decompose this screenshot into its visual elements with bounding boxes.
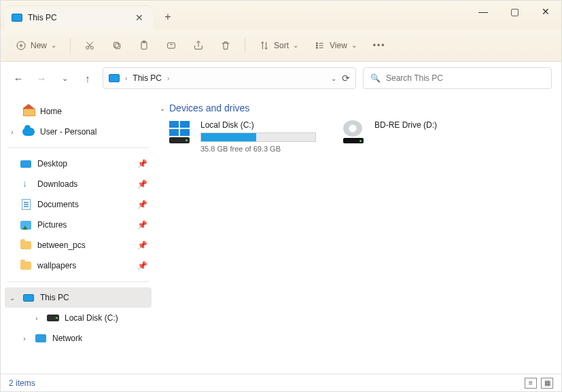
navigation-pane: Home › User - Personal Desktop 📌 Downloa… (1, 94, 156, 375)
sidebar-item-onedrive[interactable]: › User - Personal (5, 122, 152, 142)
svg-point-10 (316, 47, 317, 48)
share-icon (193, 40, 204, 51)
search-icon: 🔍 (370, 73, 381, 83)
pin-icon: 📌 (137, 179, 147, 189)
address-bar[interactable]: › This PC › ⌄ ⟳ (103, 67, 356, 89)
icons-view-button[interactable]: ▦ (541, 378, 553, 389)
chevron-right-icon: › (125, 75, 127, 82)
tab-this-pc[interactable]: This PC ✕ (5, 6, 153, 29)
separator (70, 38, 71, 53)
sort-button[interactable]: Sort ⌄ (252, 35, 305, 56)
sidebar-item-documents[interactable]: Documents 📌 (5, 194, 152, 215)
copy-icon (111, 40, 122, 51)
pin-icon: 📌 (137, 240, 147, 250)
rename-icon (166, 40, 177, 51)
maximize-button[interactable]: ▢ (499, 1, 530, 22)
forward-button[interactable]: → (33, 70, 50, 86)
tab-title: This PC (28, 13, 57, 22)
content-pane: ⌄ Devices and drives Local Disk (C:) 35.… (156, 94, 561, 375)
pin-icon: 📌 (137, 200, 147, 209)
new-tab-button[interactable]: + (158, 7, 177, 26)
chevron-down-icon: ⌄ (293, 41, 298, 49)
sidebar-item-pictures[interactable]: Pictures 📌 (5, 215, 152, 235)
more-button[interactable]: ••• (366, 35, 393, 56)
cloud-icon (22, 128, 35, 136)
chevron-down-icon: ⌄ (351, 41, 357, 49)
paste-icon (139, 40, 150, 51)
sort-icon (259, 40, 270, 51)
copy-button[interactable] (105, 35, 129, 56)
sidebar-item-local-disk[interactable]: › Local Disk (C:) (5, 308, 152, 328)
this-pc-icon (23, 294, 34, 302)
collapse-icon[interactable]: ⌄ (7, 294, 17, 302)
refresh-button[interactable]: ⟳ (342, 73, 350, 84)
drive-bdre[interactable]: BD-RE Drive (D:) (343, 120, 499, 153)
search-input[interactable] (386, 73, 544, 83)
cut-button[interactable] (77, 35, 102, 56)
sidebar-item-home[interactable]: Home (5, 101, 152, 122)
pin-icon: 📌 (137, 261, 147, 270)
drive-name: BD-RE Drive (D:) (374, 120, 499, 130)
minimize-button[interactable]: — (468, 1, 499, 22)
plus-circle-icon (16, 40, 27, 51)
disk-icon (47, 315, 59, 321)
chevron-down-icon[interactable]: ⌄ (331, 75, 336, 82)
optical-drive-icon (343, 120, 368, 143)
folder-icon (20, 262, 31, 270)
pictures-icon (20, 221, 31, 230)
home-icon (23, 107, 34, 116)
paste-button[interactable] (132, 35, 156, 56)
chevron-down-icon: ⌄ (51, 41, 56, 49)
sidebar-item-network[interactable]: › Network (5, 328, 152, 349)
download-icon (21, 179, 31, 189)
view-icon (315, 40, 326, 51)
this-pc-icon (12, 14, 22, 22)
drive-local-disk[interactable]: Local Disk (C:) 35.8 GB free of 69.3 GB (169, 120, 326, 153)
sidebar-item-folder[interactable]: wallpapers 📌 (5, 255, 152, 276)
pin-icon: 📌 (137, 220, 147, 230)
back-button[interactable]: ← (10, 70, 27, 86)
tab-close-icon[interactable]: ✕ (135, 12, 143, 23)
expand-icon[interactable]: › (20, 335, 29, 342)
section-header[interactable]: ⌄ Devices and drives (160, 103, 553, 113)
chevron-right-icon: › (167, 75, 169, 82)
expand-icon[interactable]: › (32, 315, 41, 322)
storage-bar (200, 132, 316, 142)
svg-rect-7 (168, 43, 175, 48)
view-button[interactable]: View ⌄ (308, 35, 364, 56)
separator (245, 38, 245, 53)
sidebar-item-desktop[interactable]: Desktop 📌 (5, 154, 152, 174)
new-button[interactable]: New ⌄ (9, 35, 63, 56)
up-button[interactable]: ↑ (80, 70, 96, 86)
svg-rect-4 (113, 42, 118, 47)
this-pc-icon (109, 74, 120, 82)
status-text: 2 items (9, 378, 35, 388)
chevron-down-icon: ⌄ (160, 105, 165, 112)
folder-icon (20, 241, 31, 249)
svg-point-9 (316, 45, 317, 46)
delete-button[interactable] (213, 35, 238, 56)
network-icon (35, 334, 46, 342)
pin-icon: 📌 (137, 159, 147, 168)
breadcrumb-item[interactable]: This PC (133, 73, 162, 83)
drive-subtitle: 35.8 GB free of 69.3 GB (200, 145, 326, 153)
svg-rect-3 (115, 43, 120, 48)
svg-point-8 (316, 42, 317, 43)
sidebar-item-folder[interactable]: between_pcs 📌 (5, 235, 152, 255)
desktop-icon (20, 160, 31, 168)
share-button[interactable] (186, 35, 211, 56)
expand-icon[interactable]: › (7, 128, 17, 136)
sidebar-item-downloads[interactable]: Downloads 📌 (5, 174, 152, 194)
recent-button[interactable]: ⌄ (56, 70, 73, 86)
trash-icon (220, 40, 231, 51)
search-box[interactable]: 🔍 (363, 67, 552, 89)
close-button[interactable]: ✕ (530, 1, 561, 22)
rename-button[interactable] (159, 35, 183, 56)
sidebar-item-this-pc[interactable]: ⌄ This PC (5, 287, 152, 308)
local-disk-icon (169, 120, 194, 143)
details-view-button[interactable]: ≡ (525, 378, 537, 389)
document-icon (22, 199, 31, 210)
cut-icon (84, 40, 95, 51)
drive-name: Local Disk (C:) (200, 120, 326, 130)
